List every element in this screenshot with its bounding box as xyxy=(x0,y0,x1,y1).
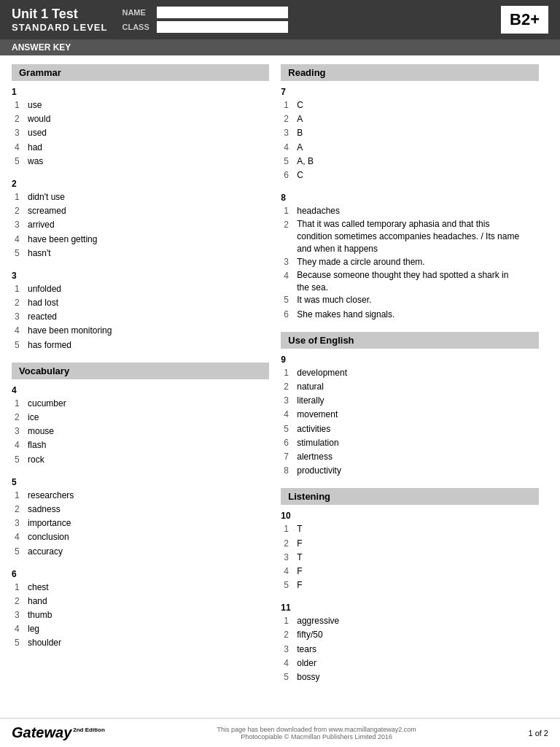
list-item: 1development xyxy=(284,366,538,380)
grammar-q3: 3 1unfolded 2had lost 3reacted 4have bee… xyxy=(12,271,269,352)
name-input[interactable] xyxy=(157,7,288,18)
use-of-english-section: Use of English 9 1development 2natural 3… xyxy=(281,332,538,479)
grammar-q3-num: 3 xyxy=(12,271,269,281)
list-item: 6She makes hand signals. xyxy=(284,308,538,322)
list-item: 2would xyxy=(15,112,269,126)
list-item: 4flash xyxy=(15,438,269,452)
list-item: 5accuracy xyxy=(15,545,269,559)
reading-q7: 7 1C 2A 3B 4A 5A, B 6C xyxy=(281,87,538,182)
list-item: 1headaches xyxy=(284,204,538,218)
list-item: 3B xyxy=(284,126,538,140)
list-item: 2sadness xyxy=(15,503,269,516)
list-item: 5shoulder xyxy=(15,636,269,650)
list-item: 4conclusion xyxy=(15,530,269,544)
list-item: 5F xyxy=(284,578,538,592)
list-item: 2F xyxy=(284,537,538,551)
vocab-q5-num: 5 xyxy=(12,477,269,487)
list-item: 3arrived xyxy=(15,218,269,232)
grammar-q1-list: 1use 2would 3used 4had 5was xyxy=(12,98,269,169)
list-item: 4A xyxy=(284,141,538,155)
list-item: 4have been getting xyxy=(15,233,269,247)
list-item: 7alertness xyxy=(284,450,538,464)
list-item: 1chest xyxy=(15,581,269,595)
list-item: 3They made a circle around them. xyxy=(284,255,538,269)
listening-section: Listening 10 1T 2F 3T 4F 5F 11 1aggressi… xyxy=(281,488,538,684)
listening-q10: 10 1T 2F 3T 4F 5F xyxy=(281,511,538,592)
vocabulary-header: Vocabulary xyxy=(12,363,269,379)
list-item: 4movement xyxy=(284,408,538,422)
list-item: 4older xyxy=(284,657,538,670)
list-item: 5bossy xyxy=(284,670,538,684)
main-content: Grammar 1 1use 2would 3used 4had 5was 2 … xyxy=(0,55,560,703)
list-item: 2A xyxy=(284,112,538,126)
page-footer: Gateway2nd Edition This page has been do… xyxy=(0,718,560,747)
list-item: 4had xyxy=(15,141,269,155)
listening-header: Listening xyxy=(281,488,538,505)
vocab-q6-list: 1chest 2hand 3thumb 4leg 5shoulder xyxy=(12,581,269,651)
list-item: 4F xyxy=(284,565,538,578)
right-column: Reading 7 1C 2A 3B 4A 5A, B 6C 8 1headac… xyxy=(281,64,538,694)
listening-q11-num: 11 xyxy=(281,603,538,613)
list-item: 3used xyxy=(15,126,269,140)
unit-title: Unit 1 Test xyxy=(12,7,107,22)
listening-q10-num: 10 xyxy=(281,511,538,521)
list-item: 2ice xyxy=(15,411,269,425)
list-item: 2had lost xyxy=(15,296,269,310)
list-item: 3tears xyxy=(284,643,538,657)
grammar-q2-list: 1didn't use 2screamed 3arrived 4have bee… xyxy=(12,190,269,260)
grammar-section: Grammar 1 1use 2would 3used 4had 5was 2 … xyxy=(12,64,269,352)
list-item: 1T xyxy=(284,522,538,536)
list-item: 5rock xyxy=(15,453,269,467)
list-item: 3T xyxy=(284,551,538,565)
reading-q7-num: 7 xyxy=(281,87,538,97)
list-item: 1C xyxy=(284,98,538,112)
uoe-q9-list: 1development 2natural 3literally 4moveme… xyxy=(281,366,538,479)
reading-q8-num: 8 xyxy=(281,193,538,203)
list-item: 1didn't use xyxy=(15,190,269,204)
listening-q10-list: 1T 2F 3T 4F 5F xyxy=(281,522,538,592)
reading-section: Reading 7 1C 2A 3B 4A 5A, B 6C 8 1headac… xyxy=(281,64,538,322)
list-item: 2hand xyxy=(15,595,269,608)
vocab-q6: 6 1chest 2hand 3thumb 4leg 5shoulder xyxy=(12,569,269,651)
class-row: CLASS xyxy=(122,21,486,33)
list-item: 4leg xyxy=(15,622,269,636)
list-item: 3thumb xyxy=(15,608,269,622)
list-item: 3mouse xyxy=(15,425,269,438)
answer-key-label: ANSWER KEY xyxy=(12,42,71,53)
list-item: 5A, B xyxy=(284,155,538,169)
page-header: Unit 1 Test STANDARD LEVEL NAME CLASS B2… xyxy=(0,0,560,39)
vocab-q4-num: 4 xyxy=(12,385,269,395)
vocab-q5-list: 1researchers 2sadness 3importance 4concl… xyxy=(12,489,269,559)
list-item: 8productivity xyxy=(284,464,538,478)
vocab-q4: 4 1cucumber 2ice 3mouse 4flash 5rock xyxy=(12,385,269,467)
vocab-q6-num: 6 xyxy=(12,569,269,579)
header-left: Unit 1 Test STANDARD LEVEL xyxy=(12,7,107,33)
class-label: CLASS xyxy=(122,23,151,31)
name-label: NAME xyxy=(122,8,151,17)
level-label: STANDARD LEVEL xyxy=(12,22,107,33)
list-item: 6stimulation xyxy=(284,436,538,450)
list-item: 4have been monitoring xyxy=(15,324,269,338)
list-item: 5was xyxy=(15,155,269,169)
uoe-q9: 9 1development 2natural 3literally 4move… xyxy=(281,355,538,479)
use-of-english-header: Use of English xyxy=(281,332,538,349)
name-row: NAME xyxy=(122,7,486,18)
reading-q8-list: 1headaches 2That it was called temporary… xyxy=(281,204,538,322)
list-item: 6C xyxy=(284,169,538,182)
b2-badge: B2+ xyxy=(501,6,548,34)
left-column: Grammar 1 1use 2would 3used 4had 5was 2 … xyxy=(12,64,269,694)
vocab-q5: 5 1researchers 2sadness 3importance 4con… xyxy=(12,477,269,559)
list-item: 3reacted xyxy=(15,310,269,324)
list-item: 3importance xyxy=(15,516,269,530)
list-item: 1use xyxy=(15,98,269,112)
grammar-q2-num: 2 xyxy=(12,179,269,189)
list-item: 1aggressive xyxy=(284,614,538,628)
list-item: 3literally xyxy=(284,394,538,408)
grammar-q1-num: 1 xyxy=(12,87,269,97)
grammar-header: Grammar xyxy=(12,64,269,81)
list-item: 2natural xyxy=(284,380,538,394)
footer-page: 1 of 2 xyxy=(528,729,548,738)
list-item: 2fifty/50 xyxy=(284,628,538,642)
class-input[interactable] xyxy=(157,21,288,33)
listening-q11: 11 1aggressive 2fifty/50 3tears 4older 5… xyxy=(281,603,538,684)
